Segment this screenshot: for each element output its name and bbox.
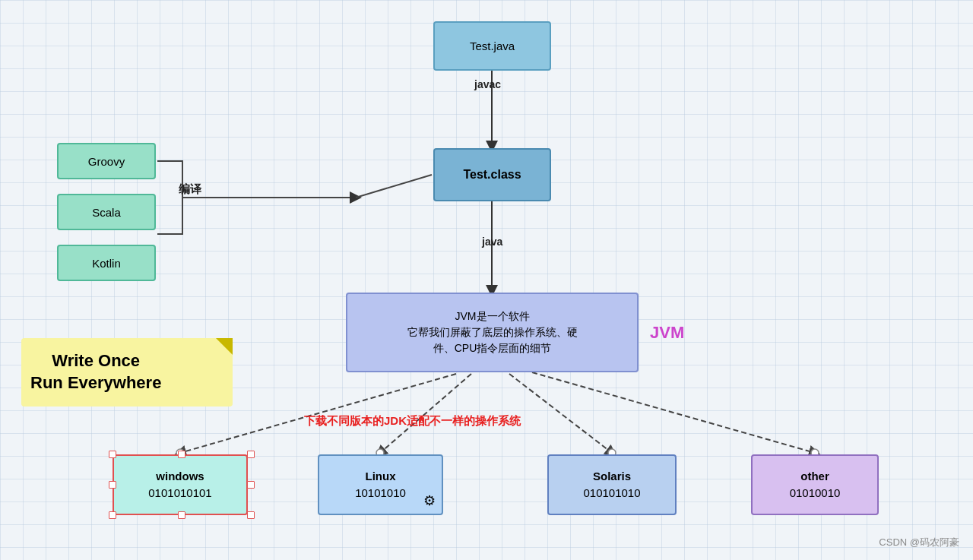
solaris-line1: Solaris	[593, 468, 631, 486]
kotlin-label: Kotlin	[92, 257, 121, 270]
linux-box: Linux 10101010 ⚙	[318, 454, 443, 515]
jvm-label: JVM	[650, 323, 684, 343]
scala-box: Scala	[57, 194, 156, 230]
solaris-box: Solaris 010101010	[547, 454, 677, 515]
selection-handle-tr	[247, 451, 255, 458]
svg-line-5	[380, 374, 471, 453]
test-java-box: Test.java	[433, 21, 551, 71]
groovy-box: Groovy	[57, 143, 156, 179]
selection-handle-bl	[109, 511, 116, 519]
windows-line1: windows	[156, 468, 204, 486]
windows-box: windows 0101010101	[113, 454, 248, 515]
svg-line-7	[532, 372, 815, 453]
scala-label: Scala	[92, 206, 121, 219]
bianyi-label: 编译	[179, 182, 201, 197]
jvm-box: JVM是一个软件 它帮我们屏蔽了底层的操作系统、硬 件、CPU指令层面的细节	[346, 293, 639, 372]
other-box: other 01010010	[751, 454, 879, 515]
selection-handle-tm	[178, 451, 185, 458]
watermark: CSDN @码农阿豪	[879, 536, 959, 549]
linux-line1: Linux	[366, 468, 396, 486]
selection-handle-tl	[109, 451, 116, 458]
selection-handle-br	[247, 511, 255, 519]
javac-label: javac	[474, 78, 501, 90]
solaris-line2: 010101010	[583, 485, 640, 502]
selection-handle-bm	[178, 511, 185, 519]
selection-handle-mr	[247, 481, 255, 489]
java-label: java	[482, 236, 502, 248]
selection-handle-ml	[109, 481, 116, 489]
other-line1: other	[800, 468, 829, 486]
test-class-box: Test.class	[433, 148, 551, 201]
gear-icon: ⚙	[423, 492, 436, 509]
windows-line2: 0101010101	[148, 485, 211, 502]
other-line2: 01010010	[790, 485, 841, 502]
write-once-label: Write Once Run Everywhere	[30, 350, 161, 394]
test-java-label: Test.java	[470, 40, 515, 52]
jvm-line1: JVM是一个软件	[455, 308, 530, 324]
linux-line2: 10101010	[355, 485, 406, 502]
jdk-note: 下载不同版本的JDK适配不一样的操作系统	[304, 414, 521, 429]
kotlin-box: Kotlin	[57, 245, 156, 281]
jvm-line3: 件、CPU指令层面的细节	[433, 340, 552, 356]
jvm-line2: 它帮我们屏蔽了底层的操作系统、硬	[407, 324, 578, 340]
test-class-label: Test.class	[463, 168, 521, 182]
svg-line-6	[509, 374, 612, 453]
svg-line-3	[356, 175, 432, 198]
write-once-box: Write Once Run Everywhere	[21, 338, 233, 407]
groovy-label: Groovy	[88, 155, 125, 168]
